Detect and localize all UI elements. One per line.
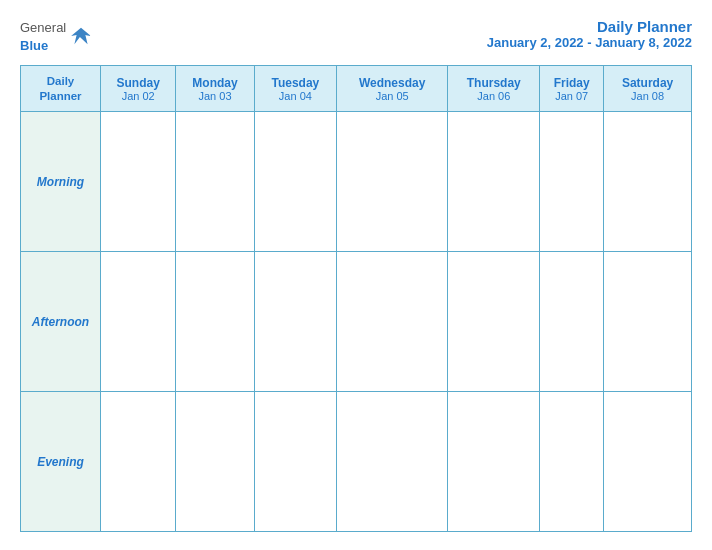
cell-morning-wednesday[interactable] [336, 112, 447, 252]
cell-evening-saturday[interactable] [604, 392, 692, 532]
cell-afternoon-sunday[interactable] [101, 252, 176, 392]
logo-general: General [20, 20, 66, 35]
header-wednesday: Wednesday Jan 05 [336, 66, 447, 112]
title-area: Daily Planner January 2, 2022 - January … [487, 18, 692, 50]
header-sunday: Sunday Jan 02 [101, 66, 176, 112]
cell-morning-friday[interactable] [540, 112, 604, 252]
label-afternoon: Afternoon [21, 252, 101, 392]
page-header: General Blue Daily Planner January 2, 20… [20, 18, 692, 53]
cell-afternoon-saturday[interactable] [604, 252, 692, 392]
header-monday: Monday Jan 03 [176, 66, 254, 112]
cell-evening-tuesday[interactable] [254, 392, 336, 532]
cell-afternoon-wednesday[interactable] [336, 252, 447, 392]
cell-afternoon-monday[interactable] [176, 252, 254, 392]
header-tuesday: Tuesday Jan 04 [254, 66, 336, 112]
cell-evening-monday[interactable] [176, 392, 254, 532]
header-saturday: Saturday Jan 08 [604, 66, 692, 112]
planner-title: Daily Planner [487, 18, 692, 35]
cell-morning-saturday[interactable] [604, 112, 692, 252]
svg-marker-0 [71, 27, 91, 44]
header-daily-planner: Daily Planner [21, 66, 101, 112]
cell-evening-sunday[interactable] [101, 392, 176, 532]
cell-morning-tuesday[interactable] [254, 112, 336, 252]
cell-afternoon-tuesday[interactable] [254, 252, 336, 392]
planner-subtitle: January 2, 2022 - January 8, 2022 [487, 35, 692, 50]
cell-morning-thursday[interactable] [448, 112, 540, 252]
header-thursday: Thursday Jan 06 [448, 66, 540, 112]
row-afternoon: Afternoon [21, 252, 692, 392]
label-morning: Morning [21, 112, 101, 252]
logo-blue: Blue [20, 38, 48, 53]
cell-evening-wednesday[interactable] [336, 392, 447, 532]
cell-evening-friday[interactable] [540, 392, 604, 532]
row-evening: Evening [21, 392, 692, 532]
planner-table: Daily Planner Sunday Jan 02 Monday Jan 0… [20, 65, 692, 532]
label-evening: Evening [21, 392, 101, 532]
logo-bird-icon [70, 25, 92, 47]
logo-area: General Blue [20, 18, 92, 53]
cell-afternoon-friday[interactable] [540, 252, 604, 392]
cell-morning-monday[interactable] [176, 112, 254, 252]
cell-afternoon-thursday[interactable] [448, 252, 540, 392]
row-morning: Morning [21, 112, 692, 252]
header-friday: Friday Jan 07 [540, 66, 604, 112]
table-header-row: Daily Planner Sunday Jan 02 Monday Jan 0… [21, 66, 692, 112]
cell-evening-thursday[interactable] [448, 392, 540, 532]
cell-morning-sunday[interactable] [101, 112, 176, 252]
logo-text: General Blue [20, 18, 66, 53]
